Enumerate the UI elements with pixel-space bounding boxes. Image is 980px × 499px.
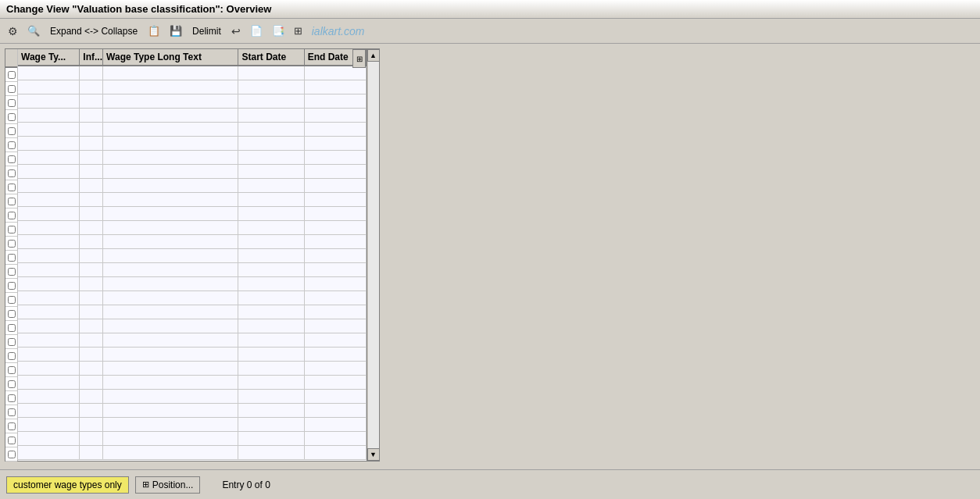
table-cell[interactable] [238,418,304,431]
delimit-button[interactable]: Delimit [188,23,225,39]
row-select-checkbox[interactable] [8,99,16,107]
table-cell[interactable] [238,362,304,375]
table-cell[interactable] [18,221,80,234]
table-cell[interactable] [305,362,367,375]
row-select-checkbox[interactable] [8,437,16,444]
scroll-track[interactable] [368,62,379,448]
table-cell[interactable] [80,376,103,389]
table-cell[interactable] [80,235,103,248]
table-cell[interactable] [305,66,367,80]
row-select-checkbox[interactable] [8,268,16,276]
table-cell[interactable] [80,66,103,80]
table-cell[interactable] [18,235,80,248]
table-cell[interactable] [238,249,304,262]
table-cell[interactable] [18,432,80,445]
table-cell[interactable] [80,404,103,417]
row-select-checkbox[interactable] [8,422,16,430]
table-cell[interactable] [80,319,103,333]
table-cell[interactable] [103,319,238,333]
table-cell[interactable] [80,109,103,122]
row-select-checkbox[interactable] [8,212,16,219]
row-select-checkbox[interactable] [8,113,16,121]
table-cell[interactable] [305,235,367,248]
table-cell[interactable] [103,123,238,136]
table-cell[interactable] [305,291,367,305]
table-cell[interactable] [18,333,80,347]
table-cell[interactable] [238,165,304,178]
table-cell[interactable] [80,123,103,136]
row-select-checkbox[interactable] [8,282,16,290]
scroll-down-button[interactable]: ▼ [367,448,380,461]
table-cell[interactable] [103,235,238,248]
table-cell[interactable] [238,319,304,333]
scroll-up-button[interactable]: ▲ [367,49,380,62]
select-all-button[interactable]: ⊞ [291,23,306,39]
table-cell[interactable] [305,207,367,220]
table-cell[interactable] [103,348,238,361]
table-cell[interactable] [18,404,80,417]
config-button[interactable]: ⚙ [5,23,21,40]
table-cell[interactable] [305,137,367,150]
table-cell[interactable] [103,207,238,220]
customer-wage-types-button[interactable]: customer wage types only [6,476,129,494]
table-cell[interactable] [103,94,238,108]
table-cell[interactable] [238,221,304,234]
table-cell[interactable] [103,151,238,164]
table-cell[interactable] [305,193,367,206]
table-cell[interactable] [103,165,238,178]
table-cell[interactable] [103,137,238,150]
table-cell[interactable] [238,66,304,80]
save-button[interactable]: 💾 [166,23,185,39]
table-cell[interactable] [18,94,80,108]
table-cell[interactable] [18,291,80,305]
table-cell[interactable] [103,277,238,290]
table-cell[interactable] [238,109,304,122]
table-cell[interactable] [103,66,238,80]
expand-collapse-button[interactable]: Expand <-> Collapse [46,23,141,39]
row-select-checkbox[interactable] [8,169,16,177]
row-select-checkbox[interactable] [8,141,16,149]
table-cell[interactable] [238,348,304,361]
table-cell[interactable] [305,348,367,361]
table-cell[interactable] [18,193,80,206]
table-cell[interactable] [80,432,103,445]
table-cell[interactable] [305,376,367,389]
table-cell[interactable] [238,94,304,108]
table-cell[interactable] [305,249,367,262]
grid-settings-icon[interactable]: ⊞ [352,49,366,68]
table-cell[interactable] [18,66,80,80]
table-cell[interactable] [238,123,304,136]
table-cell[interactable] [305,319,367,333]
table-cell[interactable] [80,207,103,220]
table-cell[interactable] [238,207,304,220]
row-select-checkbox[interactable] [8,352,16,360]
table-cell[interactable] [18,151,80,164]
row-select-checkbox[interactable] [8,240,16,248]
table-cell[interactable] [238,390,304,403]
new-entries-button[interactable]: 📋 [145,23,163,39]
table-cell[interactable] [18,207,80,220]
table-cell[interactable] [18,319,80,333]
table-cell[interactable] [305,179,367,192]
table-cell[interactable] [305,165,367,178]
table-cell[interactable] [103,305,238,319]
details-button[interactable]: 📑 [269,23,288,39]
row-select-checkbox[interactable] [8,254,16,262]
row-select-checkbox[interactable] [8,310,16,318]
table-cell[interactable] [18,305,80,319]
table-cell[interactable] [305,80,367,94]
table-cell[interactable] [80,137,103,150]
table-cell[interactable] [238,137,304,150]
table-cell[interactable] [18,418,80,431]
table-cell[interactable] [80,446,103,459]
table-cell[interactable] [103,249,238,262]
table-cell[interactable] [80,80,103,94]
row-select-checkbox[interactable] [8,71,16,79]
row-select-checkbox[interactable] [8,324,16,332]
table-cell[interactable] [305,446,367,459]
row-select-checkbox[interactable] [8,380,16,388]
table-cell[interactable] [80,418,103,431]
table-cell[interactable] [238,80,304,94]
table-cell[interactable] [103,376,238,389]
table-cell[interactable] [238,263,304,276]
